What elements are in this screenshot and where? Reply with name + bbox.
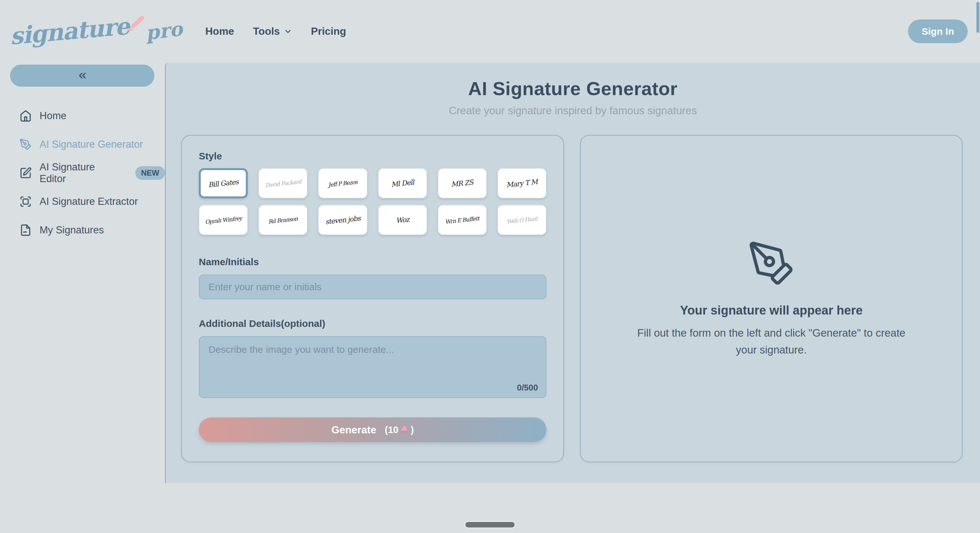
style-grid: Bill Gates David Packard Jeff P Bezos Ml… bbox=[199, 168, 546, 235]
nav-home[interactable]: Home bbox=[205, 26, 234, 37]
sidebar-item-label: My Signatures bbox=[40, 224, 104, 236]
page-subtitle: Create your signature inspired by famous… bbox=[166, 105, 980, 117]
main-content: AI Signature Generator Create your signa… bbox=[165, 63, 980, 483]
pen-tool-icon bbox=[747, 239, 796, 288]
style-option-david-packard[interactable]: David Packard bbox=[258, 168, 307, 198]
sidebar-item-my-signatures[interactable]: My Signatures bbox=[0, 216, 165, 244]
preview-instructions: Fill out the form on the left and click … bbox=[635, 325, 908, 358]
style-option-scrawl-1[interactable]: Ml Dell bbox=[378, 168, 427, 198]
generate-button-label: Generate bbox=[331, 424, 377, 436]
character-counter: 0/500 bbox=[517, 383, 538, 393]
style-label: Style bbox=[199, 151, 222, 161]
sidebar-item-ai-signature-editor[interactable]: AI Signature Editor NEW bbox=[0, 159, 165, 187]
vertical-scrollbar-thumb[interactable] bbox=[977, 2, 979, 33]
additional-details-label: Additional Details(optional) bbox=[199, 318, 546, 329]
style-option-mary-t[interactable]: Mary T M bbox=[498, 168, 546, 198]
pink-pen-icon bbox=[126, 14, 145, 34]
app-logo[interactable]: signature pro bbox=[10, 3, 172, 58]
sidebar-item-label: Home bbox=[40, 110, 67, 122]
sidebar-item-label: AI Signature Extractor bbox=[40, 196, 138, 207]
nav-pricing[interactable]: Pricing bbox=[311, 26, 346, 37]
style-option-buffett[interactable]: Wrn E Buffett bbox=[438, 205, 487, 235]
file-signature-icon bbox=[19, 224, 32, 236]
style-option-woz[interactable]: Woz bbox=[378, 205, 427, 235]
preview-heading: Your signature will appear here bbox=[680, 303, 862, 318]
home-icon bbox=[19, 110, 32, 122]
credits-cost: (10 ) bbox=[385, 424, 414, 435]
pen-tool-icon bbox=[19, 138, 32, 151]
sidebar-item-label: AI Signature Generator bbox=[40, 139, 143, 150]
page-title: AI Signature Generator bbox=[166, 78, 980, 99]
nav-tools[interactable]: Tools bbox=[253, 26, 292, 37]
sidebar: Home AI Signature Generator AI Signature… bbox=[0, 63, 165, 533]
style-option-hunt[interactable]: Web O Hunt bbox=[498, 205, 546, 235]
generator-form-card: Style Bill Gates David Packard Jeff P Be… bbox=[181, 135, 564, 462]
sidebar-item-home[interactable]: Home bbox=[0, 102, 165, 130]
style-option-steve-jobs[interactable]: steven jobs bbox=[318, 205, 367, 235]
signature-preview-card: Your signature will appear here Fill out… bbox=[580, 135, 963, 462]
chevrons-left-icon bbox=[77, 70, 88, 81]
additional-details-textarea[interactable] bbox=[199, 336, 546, 398]
sign-in-button[interactable]: Sign In bbox=[908, 19, 968, 43]
style-option-branson[interactable]: Rd Branson bbox=[258, 205, 307, 235]
logo-script-text: signature bbox=[9, 12, 130, 50]
top-header: signature pro Home Tools Pricing Sign In bbox=[0, 0, 980, 63]
square-pen-icon bbox=[19, 167, 32, 179]
pink-bell-icon bbox=[399, 424, 409, 435]
name-initials-input[interactable] bbox=[199, 274, 546, 299]
sidebar-item-label: AI Signature Editor bbox=[40, 161, 123, 185]
top-nav: Home Tools Pricing bbox=[205, 0, 346, 63]
style-option-jeff-bezos[interactable]: Jeff P Bezos bbox=[318, 168, 367, 198]
new-badge: NEW bbox=[135, 166, 165, 180]
collapse-sidebar-button[interactable] bbox=[10, 65, 154, 87]
style-option-scrawl-2[interactable]: MR ZS bbox=[438, 168, 487, 198]
style-option-oprah-winfrey[interactable]: Oprah Winfrey bbox=[199, 205, 248, 235]
name-initials-label: Name/Initials bbox=[199, 257, 546, 268]
sidebar-item-ai-signature-generator[interactable]: AI Signature Generator bbox=[0, 130, 165, 159]
sidebar-item-ai-signature-extractor[interactable]: AI Signature Extractor bbox=[0, 187, 165, 216]
style-option-bill-gates[interactable]: Bill Gates bbox=[199, 168, 248, 198]
scan-icon bbox=[19, 195, 32, 208]
home-indicator-bar[interactable] bbox=[465, 522, 515, 528]
logo-suffix-text: pro bbox=[144, 17, 183, 44]
generate-button[interactable]: Generate (10 ) bbox=[199, 417, 546, 442]
sidebar-menu: Home AI Signature Generator AI Signature… bbox=[0, 102, 165, 244]
chevron-down-icon bbox=[284, 27, 292, 36]
